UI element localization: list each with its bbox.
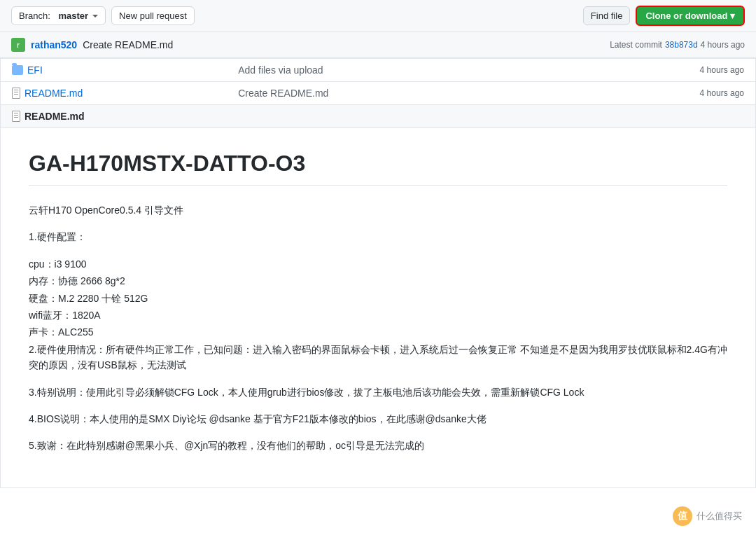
readme-paragraph: 5.致谢：在此特别感谢@黑果小兵、@Xjn写的教程，没有他们的帮助，oc引导是无… <box>29 438 727 453</box>
folder-icon <box>12 65 23 75</box>
readme-paragraph: 声卡：ALC255 <box>29 324 727 340</box>
readme-body: 云轩H170 OpenCore0.5.4 引导文件1.硬件配置：cpu：i3 9… <box>29 202 727 454</box>
toolbar-right: Find file Clone or download ▾ <box>583 6 745 26</box>
file-table: EFIAdd files via upload4 hours agoREADME… <box>0 58 756 105</box>
file-time: 4 hours ago <box>567 59 756 82</box>
readme-header-label: README.md <box>24 111 85 122</box>
commit-time: 4 hours ago <box>701 40 745 50</box>
file-name: README.md <box>24 88 83 99</box>
commit-author[interactable]: rathan520 <box>31 39 77 50</box>
readme-paragraph: cpu：i3 9100 <box>29 256 727 272</box>
file-name: EFI <box>27 64 43 76</box>
clone-or-download-button[interactable]: Clone or download ▾ <box>636 6 745 26</box>
commit-bar: r rathan520 Create README.md Latest comm… <box>0 32 756 58</box>
commit-message: Create README.md <box>83 39 173 50</box>
readme-paragraph: wifi蓝牙：1820A <box>29 307 727 323</box>
toolbar-left: Branch: master New pull request <box>11 6 195 25</box>
readme-paragraph: 1.硬件配置： <box>29 229 727 244</box>
file-link[interactable]: README.md <box>12 88 216 99</box>
table-row: EFIAdd files via upload4 hours ago <box>1 59 756 82</box>
file-link[interactable]: EFI <box>12 64 216 76</box>
chevron-down-icon <box>92 15 98 18</box>
file-commit-message: Create README.md <box>227 82 567 105</box>
readme-title: GA-H170MSTX-DATTO-O3 <box>29 151 727 186</box>
readme-content: GA-H170MSTX-DATTO-O3 云轩H170 OpenCore0.5.… <box>0 128 756 488</box>
readme-header: README.md <box>0 105 756 128</box>
new-pull-request-button[interactable]: New pull request <box>111 6 195 25</box>
readme-paragraph: 云轩H170 OpenCore0.5.4 引导文件 <box>29 202 727 218</box>
avatar: r <box>11 38 25 52</box>
commit-prefix: Latest commit <box>610 40 662 50</box>
table-row: README.mdCreate README.md4 hours ago <box>1 82 756 105</box>
file-time: 4 hours ago <box>567 82 756 105</box>
readme-paragraph: 硬盘：M.2 2280 十铨 512G <box>29 291 727 306</box>
branch-label: Branch: <box>19 11 50 21</box>
branch-value: master <box>58 11 88 21</box>
readme-paragraph: 3.特别说明：使用此引导必须解锁CFG Lock，本人使用grub进行bios修… <box>29 385 727 400</box>
find-file-button[interactable]: Find file <box>583 6 631 25</box>
toolbar: Branch: master New pull request Find fil… <box>0 0 756 32</box>
doc-icon <box>12 88 20 99</box>
commit-hash[interactable]: 38b873d <box>665 40 698 50</box>
readme-paragraph: 2.硬件使用情况：所有硬件均正常工作，已知问题：进入输入密码的界面鼠标会卡顿，进… <box>29 342 727 373</box>
readme-paragraph: 内存：协德 2666 8g*2 <box>29 273 727 289</box>
commit-bar-left: r rathan520 Create README.md <box>11 38 173 52</box>
file-commit-message: Add files via upload <box>227 59 567 82</box>
branch-selector[interactable]: Branch: master <box>11 6 106 25</box>
readme-doc-icon <box>12 111 20 122</box>
commit-bar-right: Latest commit 38b873d 4 hours ago <box>610 40 745 50</box>
readme-paragraph: 4.BIOS说明：本人使用的是SMX Diy论坛 @dsanke 基于官方F21… <box>29 411 727 427</box>
